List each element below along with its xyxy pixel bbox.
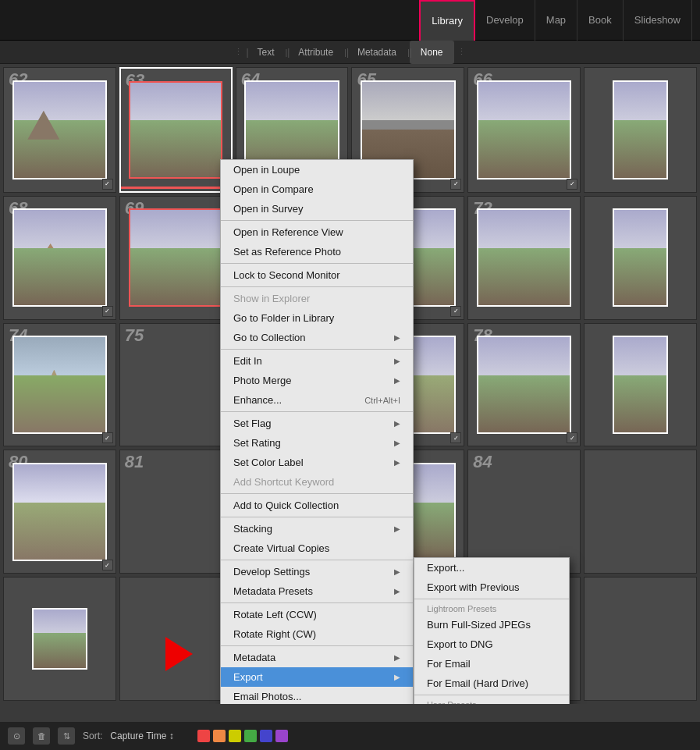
filter-bar: ⋮ Text | Attribute | Metadata | None ⋮ xyxy=(0,41,700,64)
nav-book[interactable]: Book xyxy=(577,0,624,41)
photo-cell-68[interactable]: 68 xyxy=(3,196,116,320)
ctx-quick-collection[interactable]: Add to Quick Collection xyxy=(221,496,413,515)
sort-value[interactable]: Capture Time ↕ xyxy=(110,730,173,741)
color-filter-dots xyxy=(197,730,288,742)
ctx-open-loupe[interactable]: Open in Loupe xyxy=(221,160,413,180)
submenu-user-presets-label: User Presets xyxy=(414,697,569,704)
photo-cell-r3c6[interactable] xyxy=(584,323,697,447)
ctx-rotate-left[interactable]: Rotate Left (CCW) xyxy=(221,605,413,624)
color-dot-red[interactable] xyxy=(197,730,210,742)
photo-cell-80[interactable]: 80 xyxy=(3,450,116,574)
ctx-metadata[interactable]: Metadata ▶ xyxy=(221,648,413,667)
ctx-open-reference[interactable]: Open in Reference View xyxy=(221,222,413,242)
submenu-export-dng[interactable]: Export to DNG xyxy=(414,634,569,654)
ctx-rotate-right[interactable]: Rotate Right (CW) xyxy=(221,624,413,644)
ctx-sep-8 xyxy=(221,560,413,560)
ctx-virtual-copies[interactable]: Create Virtual Copies xyxy=(221,539,413,558)
submenu-sep-1 xyxy=(414,599,569,599)
photo-grid-area: 62 63 64 65 66 68 xyxy=(0,64,700,704)
photo-cell-72[interactable]: 72 xyxy=(467,196,581,320)
sort-label: Sort: xyxy=(83,730,102,741)
color-dot-purple[interactable] xyxy=(275,730,288,742)
photo-cell-r5c6[interactable] xyxy=(584,577,697,701)
filter-none[interactable]: None xyxy=(410,41,454,64)
badge-66 xyxy=(567,179,577,190)
ctx-open-compare[interactable]: Open in Compare xyxy=(221,180,413,199)
ctx-set-flag[interactable]: Set Flag ▶ xyxy=(221,414,413,433)
ctx-sep-2 xyxy=(221,263,413,264)
photo-cell-74[interactable]: 74 xyxy=(3,323,116,447)
ctx-set-color[interactable]: Set Color Label ▶ xyxy=(221,453,413,472)
photo-cell-78[interactable]: 78 xyxy=(467,323,581,447)
submenu-export-previous[interactable]: Export with Previous xyxy=(414,578,569,597)
ctx-lock-monitor[interactable]: Lock to Second Monitor xyxy=(221,265,413,285)
badge-80 xyxy=(102,560,113,570)
ctx-go-collection[interactable]: Go to Collection ▶ xyxy=(221,328,413,347)
photo-cell-r2c6[interactable] xyxy=(584,196,697,320)
ctx-sep-5 xyxy=(221,411,413,412)
submenu-lr-presets-label: Lightroom Presets xyxy=(414,601,569,615)
nav-library[interactable]: Library xyxy=(419,0,475,41)
filter-metadata[interactable]: Metadata xyxy=(346,41,407,64)
export-submenu: Export... Export with Previous Lightroom… xyxy=(414,557,570,704)
ctx-sep-3 xyxy=(221,286,413,287)
photo-cell-75[interactable]: 75 xyxy=(119,323,233,447)
photo-cell-69[interactable]: 69 xyxy=(119,196,233,320)
ctx-show-explorer: Show in Explorer xyxy=(221,289,413,308)
bottom-bar: ⊙ 🗑 ⇅ Sort: Capture Time ↕ xyxy=(0,722,700,750)
ctx-enhance[interactable]: Enhance... Ctrl+Alt+I xyxy=(221,390,413,410)
badge-68 xyxy=(102,306,113,317)
ctx-sep-9 xyxy=(221,602,413,603)
trash-icon[interactable]: 🗑 xyxy=(33,727,50,745)
ctx-set-reference[interactable]: Set as Reference Photo xyxy=(221,242,413,261)
color-dot-yellow[interactable] xyxy=(229,730,241,742)
sort-icon[interactable]: ⇅ xyxy=(58,727,75,745)
badge-74 xyxy=(102,432,113,443)
ctx-email-photos[interactable]: Email Photos... xyxy=(221,687,413,704)
submenu-for-email-hd[interactable]: For Email (Hard Drive) xyxy=(414,674,569,693)
ctx-stacking[interactable]: Stacking ▶ xyxy=(221,519,413,539)
ctx-go-folder[interactable]: Go to Folder in Library xyxy=(221,308,413,328)
submenu-sep-2 xyxy=(414,695,569,695)
photo-cell-r1c6[interactable] xyxy=(584,67,697,193)
badge-71 xyxy=(450,306,461,317)
photo-cell-r5c1[interactable] xyxy=(3,577,116,701)
ctx-add-keyword: Add Shortcut Keyword xyxy=(221,472,413,492)
badge-65 xyxy=(450,179,461,190)
ctx-sep-4 xyxy=(221,349,413,350)
nav-map[interactable]: Map xyxy=(535,0,577,41)
ctx-photo-merge[interactable]: Photo Merge ▶ xyxy=(221,371,413,390)
ctx-edit-in[interactable]: Edit In ▶ xyxy=(221,351,413,371)
submenu-for-email[interactable]: For Email xyxy=(414,654,569,674)
color-dot-orange[interactable] xyxy=(213,730,226,742)
badge-77 xyxy=(450,432,461,443)
badge-78 xyxy=(567,432,577,443)
ctx-sep-10 xyxy=(221,645,413,646)
photo-cell-r5c2[interactable] xyxy=(119,577,233,701)
photo-cell-66[interactable]: 66 xyxy=(467,67,581,193)
badge-62 xyxy=(102,179,113,190)
nav-develop[interactable]: Develop xyxy=(475,0,535,41)
filter-attribute[interactable]: Attribute xyxy=(287,41,344,64)
photo-cell-63[interactable]: 63 xyxy=(119,67,233,193)
submenu-burn-jpegs[interactable]: Burn Full-Sized JPEGs xyxy=(414,615,569,634)
ctx-export[interactable]: Export ▶ xyxy=(221,667,413,687)
photo-cell-84[interactable]: 84 xyxy=(467,450,581,574)
camera-icon[interactable]: ⊙ xyxy=(8,727,25,745)
submenu-export[interactable]: Export... xyxy=(414,558,569,578)
color-dot-blue[interactable] xyxy=(260,730,272,742)
ctx-sep-1 xyxy=(221,220,413,221)
color-dot-green[interactable] xyxy=(244,730,257,742)
ctx-sep-7 xyxy=(221,517,413,517)
ctx-metadata-presets[interactable]: Metadata Presets ▶ xyxy=(221,581,413,601)
photo-cell-81[interactable]: 81 xyxy=(119,450,233,574)
ctx-open-survey[interactable]: Open in Survey xyxy=(221,199,413,219)
filter-text[interactable]: Text xyxy=(246,41,285,64)
ctx-develop-settings[interactable]: Develop Settings ▶ xyxy=(221,562,413,581)
photo-cell-62[interactable]: 62 xyxy=(3,67,116,193)
context-menu: Open in Loupe Open in Compare Open in Su… xyxy=(220,159,414,704)
nav-slideshow[interactable]: Slideshow xyxy=(624,0,692,41)
photo-cell-r4c6[interactable] xyxy=(584,450,697,574)
top-nav: Library Develop Map Book Slideshow xyxy=(0,0,700,41)
ctx-set-rating[interactable]: Set Rating ▶ xyxy=(221,433,413,453)
